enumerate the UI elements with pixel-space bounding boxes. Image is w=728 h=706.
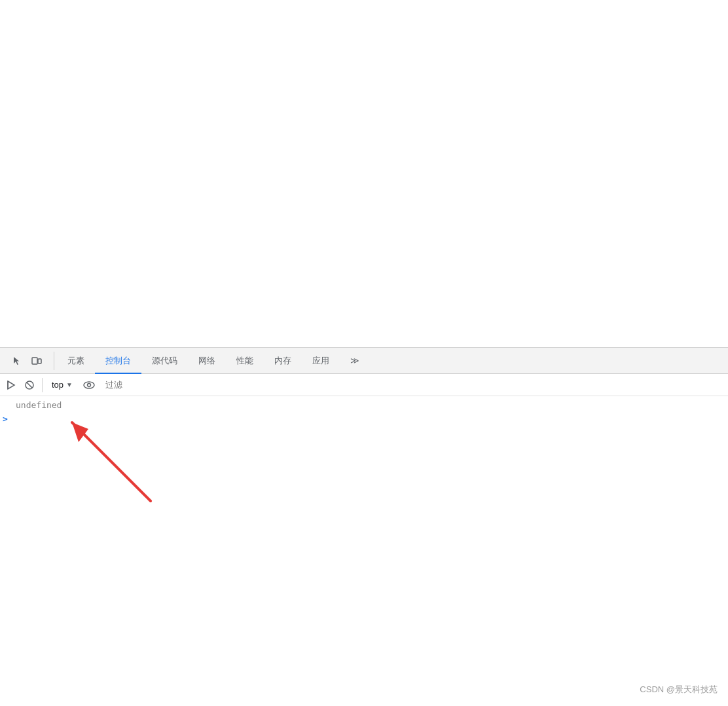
console-output-line: undefined bbox=[0, 399, 728, 412]
svg-line-5 bbox=[27, 382, 33, 388]
toolbar-separator bbox=[42, 378, 43, 392]
svg-rect-1 bbox=[38, 359, 41, 363]
browser-content-area bbox=[0, 0, 728, 347]
tab-more[interactable]: ≫ bbox=[340, 348, 370, 374]
run-script-icon[interactable] bbox=[3, 377, 20, 394]
tab-memory[interactable]: 内存 bbox=[264, 348, 302, 374]
svg-marker-9 bbox=[72, 422, 88, 442]
svg-marker-2 bbox=[8, 381, 14, 389]
filter-input[interactable] bbox=[100, 377, 725, 394]
console-output: undefined > bbox=[0, 396, 728, 706]
clear-console-icon[interactable] bbox=[21, 377, 38, 394]
watermark: CSDN @景天科技苑 bbox=[640, 684, 718, 696]
svg-point-7 bbox=[87, 383, 90, 386]
eye-icon-button[interactable] bbox=[79, 377, 99, 394]
annotation-arrow bbox=[46, 409, 177, 514]
prompt-chevron: > bbox=[3, 414, 8, 424]
tab-elements[interactable]: 元素 bbox=[57, 348, 95, 374]
devtools-toolbar: top ▼ bbox=[0, 374, 728, 396]
icon-separator bbox=[54, 352, 54, 370]
svg-line-8 bbox=[72, 422, 151, 501]
devtools-panel: 元素 控制台 源代码 网络 性能 内存 应用 ≫ bbox=[0, 347, 728, 706]
devtools-tabbar: 元素 控制台 源代码 网络 性能 内存 应用 ≫ bbox=[0, 348, 728, 374]
tab-console[interactable]: 控制台 bbox=[95, 348, 141, 374]
svg-rect-0 bbox=[32, 358, 37, 364]
devtools-icon-group bbox=[3, 352, 51, 370]
dropdown-arrow-icon: ▼ bbox=[66, 381, 73, 388]
console-prompt-line[interactable]: > bbox=[0, 412, 728, 425]
tab-performance[interactable]: 性能 bbox=[226, 348, 264, 374]
tab-sources[interactable]: 源代码 bbox=[141, 348, 188, 374]
tab-application[interactable]: 应用 bbox=[302, 348, 340, 374]
tab-network[interactable]: 网络 bbox=[188, 348, 226, 374]
svg-point-6 bbox=[84, 382, 94, 388]
context-dropdown[interactable]: top ▼ bbox=[46, 377, 78, 394]
cursor-icon[interactable] bbox=[8, 352, 26, 370]
device-icon[interactable] bbox=[27, 352, 46, 370]
